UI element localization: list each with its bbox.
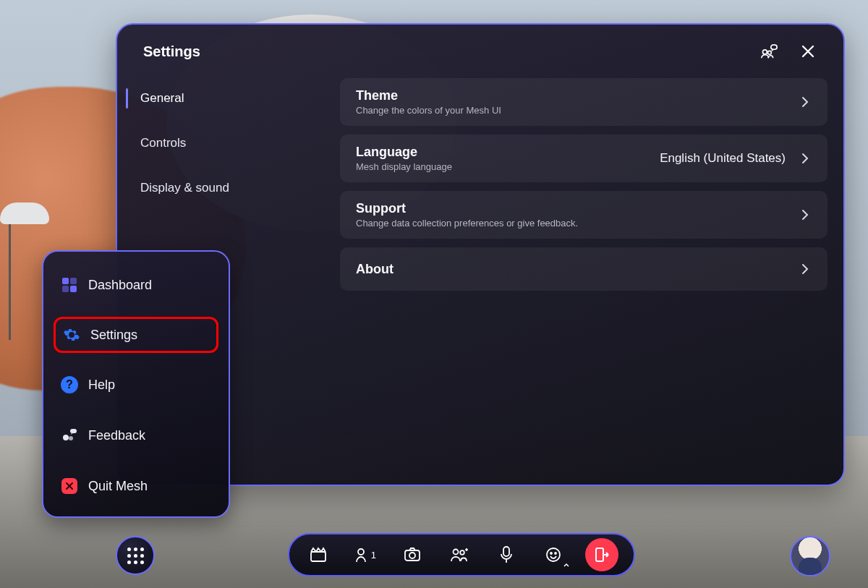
- chevron-right-icon: [799, 95, 812, 108]
- close-icon[interactable]: [799, 42, 817, 61]
- menu-panel: Dashboard Settings ? Help Feedback Quit …: [42, 250, 230, 518]
- row-main: Language Mesh display language: [356, 145, 452, 172]
- row-title: Theme: [356, 88, 501, 103]
- svg-rect-16: [503, 547, 509, 556]
- svg-point-14: [453, 550, 458, 555]
- menu-label: Quit Mesh: [88, 479, 148, 494]
- svg-point-19: [555, 553, 556, 554]
- row-main: About: [356, 262, 393, 277]
- svg-point-11: [358, 549, 364, 555]
- people-icon: [450, 547, 469, 562]
- mic-button[interactable]: [492, 540, 521, 569]
- row-language[interactable]: Language Mesh display language English (…: [340, 135, 827, 182]
- nav-label: Display & sound: [140, 181, 229, 195]
- menu-label: Feedback: [88, 428, 145, 443]
- chevron-right-icon: [799, 263, 812, 276]
- svg-rect-9: [70, 429, 77, 433]
- row-sub: Change the colors of your Mesh UI: [356, 105, 501, 116]
- leave-icon: [594, 547, 610, 563]
- chevron-up-icon: [563, 562, 569, 568]
- settings-content: Theme Change the colors of your Mesh UI …: [340, 71, 827, 467]
- svg-point-17: [547, 548, 560, 561]
- bg-lamp: [0, 203, 51, 253]
- menu-label: Settings: [90, 328, 137, 343]
- svg-point-18: [550, 553, 552, 554]
- person-icon: [355, 547, 370, 563]
- clapper-button[interactable]: [304, 540, 333, 569]
- participants-button[interactable]: 1: [351, 540, 380, 569]
- row-sub: Mesh display language: [356, 161, 452, 172]
- nav-general[interactable]: General: [123, 78, 340, 119]
- leave-button[interactable]: [585, 538, 618, 571]
- people-chat-icon[interactable]: [760, 42, 778, 61]
- bottom-toolbar: 1: [288, 533, 635, 576]
- svg-rect-6: [70, 286, 77, 292]
- feedback-icon: [61, 427, 78, 444]
- svg-rect-12: [405, 550, 420, 561]
- svg-rect-4: [70, 278, 77, 284]
- svg-point-15: [460, 550, 464, 555]
- menu-item-help[interactable]: ? Help: [54, 366, 218, 404]
- menu-item-quit[interactable]: Quit Mesh: [54, 467, 218, 505]
- quit-icon: [61, 477, 78, 495]
- reactions-button[interactable]: [539, 540, 568, 569]
- svg-point-7: [63, 435, 69, 440]
- settings-header: Settings: [117, 25, 843, 71]
- row-about[interactable]: About: [340, 247, 827, 291]
- menu-label: Dashboard: [88, 278, 152, 293]
- people-button[interactable]: [445, 540, 474, 569]
- row-right: [799, 95, 812, 108]
- row-main: Support Change data collection preferenc…: [356, 201, 578, 229]
- nav-controls[interactable]: Controls: [123, 123, 340, 163]
- help-icon: ?: [61, 376, 78, 393]
- mic-icon: [500, 546, 513, 563]
- clapperboard-icon: [310, 547, 327, 563]
- svg-point-0: [762, 50, 767, 54]
- row-title: About: [356, 262, 393, 277]
- row-sub: Change data collection preferences or gi…: [356, 218, 578, 229]
- svg-point-13: [409, 553, 415, 558]
- chevron-right-icon: [799, 152, 812, 165]
- row-right: English (United States): [660, 151, 812, 166]
- menu-item-settings[interactable]: Settings: [54, 317, 218, 353]
- menu-label: Help: [88, 378, 115, 393]
- svg-rect-20: [596, 548, 603, 561]
- row-theme[interactable]: Theme Change the colors of your Mesh UI: [340, 78, 827, 126]
- menu-item-feedback[interactable]: Feedback: [54, 417, 218, 454]
- row-title: Support: [356, 201, 578, 216]
- grid-icon: [127, 547, 144, 564]
- svg-rect-5: [62, 286, 69, 292]
- nav-label: Controls: [140, 136, 186, 150]
- row-title: Language: [356, 145, 452, 160]
- row-value: English (United States): [660, 151, 786, 166]
- settings-title: Settings: [143, 43, 200, 60]
- row-main: Theme Change the colors of your Mesh UI: [356, 88, 501, 116]
- camera-icon: [404, 547, 421, 562]
- svg-rect-3: [62, 278, 69, 284]
- camera-button[interactable]: [398, 540, 427, 569]
- row-right: [799, 263, 812, 276]
- smiley-icon: [545, 547, 561, 563]
- svg-point-1: [768, 51, 772, 54]
- nav-display-sound[interactable]: Display & sound: [123, 168, 340, 208]
- chevron-right-icon: [799, 208, 812, 221]
- app-launcher-button[interactable]: [116, 536, 155, 575]
- profile-avatar[interactable]: [790, 536, 830, 576]
- row-right: [799, 208, 812, 221]
- svg-point-8: [69, 436, 73, 440]
- menu-item-dashboard[interactable]: Dashboard: [54, 266, 218, 304]
- svg-rect-2: [771, 45, 777, 49]
- settings-header-actions: [760, 42, 817, 61]
- participants-count: 1: [371, 550, 376, 561]
- row-support[interactable]: Support Change data collection preferenc…: [340, 191, 827, 239]
- svg-rect-10: [311, 552, 326, 561]
- dashboard-icon: [61, 276, 78, 294]
- nav-label: General: [140, 91, 184, 105]
- gear-icon: [63, 326, 80, 344]
